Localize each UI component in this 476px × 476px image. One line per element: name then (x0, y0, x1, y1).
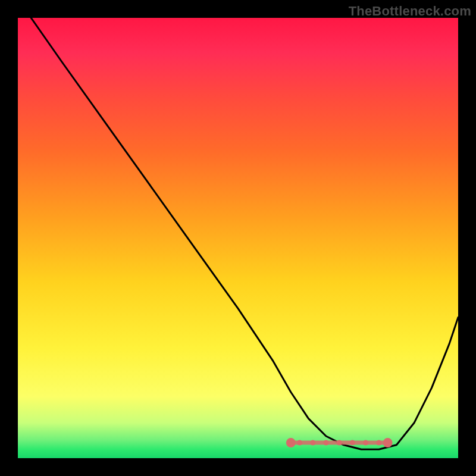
range-dot (310, 440, 315, 446)
chart-svg (18, 18, 458, 458)
range-start-knob (286, 438, 296, 447)
range-dot (324, 440, 329, 446)
range-end-knob (383, 438, 393, 447)
range-dot (350, 440, 355, 446)
chart-frame (18, 18, 458, 458)
range-dot (376, 440, 381, 446)
bottleneck-curve (31, 18, 458, 449)
range-dot (337, 440, 342, 446)
plot-area (18, 18, 458, 458)
watermark-text: TheBottleneck.com (349, 4, 471, 19)
range-dot (297, 440, 302, 446)
range-dot (363, 440, 368, 446)
